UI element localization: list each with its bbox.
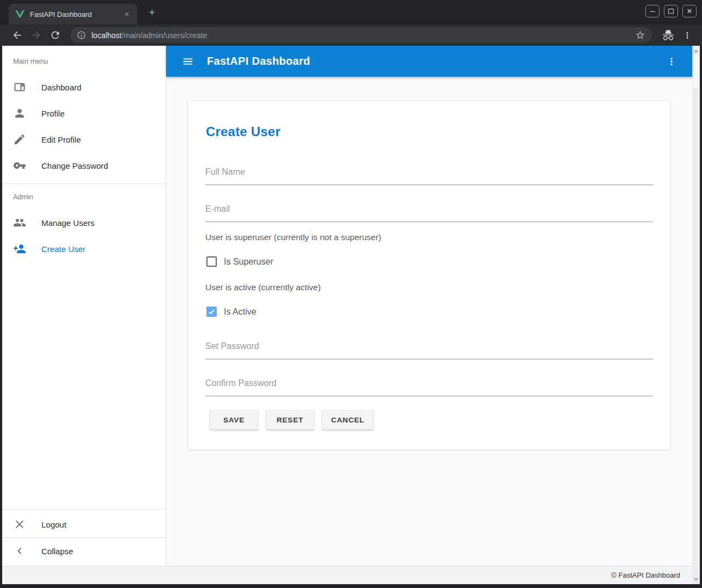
sidebar-section-admin: Admin [13, 193, 33, 201]
sidebar-section-main-menu: Main menu [13, 57, 48, 65]
create-user-card: Create User User is superuser (currently… [188, 101, 670, 450]
close-icon [13, 518, 26, 531]
sidebar-item-create-user[interactable]: Create User [2, 236, 166, 262]
check-icon [207, 308, 216, 316]
reload-icon[interactable] [50, 29, 61, 41]
form-buttons: SAVE RESET CANCEL [210, 410, 374, 430]
browser-tab-bar: FastAPI Dashboard + ─ ✕ [0, 0, 702, 24]
sidebar-item-profile[interactable]: Profile [2, 100, 166, 126]
group-icon [13, 216, 26, 229]
full-name-input[interactable] [205, 162, 653, 185]
window-close-button[interactable]: ✕ [682, 5, 697, 17]
sidebar-item-label: Manage Users [41, 218, 95, 228]
scrollbar-down-arrow[interactable] [692, 575, 700, 583]
url-text[interactable]: localhost/main/admin/users/create [91, 31, 635, 40]
pencil-icon [13, 133, 26, 146]
set-password-field [205, 336, 653, 359]
is-superuser-checkbox[interactable] [206, 256, 217, 267]
sidebar-item-manage-users[interactable]: Manage Users [2, 210, 166, 236]
superuser-hint: User is superuser (currently is not a su… [205, 232, 381, 242]
person-icon [13, 107, 26, 120]
back-icon[interactable] [11, 29, 23, 41]
hamburger-menu-icon[interactable] [182, 56, 194, 68]
scrollbar-up-arrow[interactable] [692, 47, 700, 54]
sidebar-item-logout[interactable]: Logout [2, 511, 166, 537]
is-active-checkbox[interactable] [206, 307, 217, 317]
appbar-title: FastAPI Dashboard [207, 55, 666, 68]
forward-icon[interactable] [30, 29, 42, 41]
chevron-left-icon [13, 544, 26, 558]
sidebar-item-label: Edit Profile [41, 135, 81, 144]
sidebar-item-label: Change Password [41, 161, 108, 170]
vue-logo-icon [15, 10, 25, 19]
window-maximize-button[interactable] [664, 5, 678, 17]
copyright-text: © FastAPI Dashboard [611, 571, 680, 579]
tab-close-icon[interactable] [122, 9, 132, 19]
save-button[interactable]: SAVE [210, 410, 258, 430]
sidebar-divider [2, 509, 166, 510]
sidebar-item-change-password[interactable]: Change Password [2, 152, 166, 179]
browser-window: FastAPI Dashboard + ─ ✕ localhost/main/a… [0, 0, 702, 588]
appbar-menu-icon[interactable] [666, 56, 677, 67]
email-field [205, 199, 653, 222]
sidebar-item-dashboard[interactable]: Dashboard [2, 74, 166, 100]
is-active-label: Is Active [224, 307, 257, 317]
window-controls: ─ ✕ [645, 5, 697, 17]
sidebar-item-collapse[interactable]: Collapse [2, 538, 166, 564]
set-password-input[interactable] [205, 336, 653, 359]
incognito-icon[interactable] [662, 29, 675, 42]
is-superuser-label: Is Superuser [224, 257, 273, 267]
confirm-password-input[interactable] [205, 373, 653, 396]
active-hint: User is active (currently active) [205, 283, 321, 292]
page-title: Create User [206, 124, 280, 139]
is-superuser-checkbox-row[interactable]: Is Superuser [206, 256, 273, 267]
sidebar-item-label: Collapse [41, 547, 73, 556]
reset-button[interactable]: RESET [266, 410, 314, 430]
browser-menu-icon[interactable] [682, 30, 692, 40]
tab-title: FastAPI Dashboard [30, 10, 122, 19]
address-bar[interactable]: localhost/main/admin/users/create [70, 27, 652, 43]
page-content: Main menu Dashboard Profile Edit Profile [2, 46, 700, 584]
key-icon [13, 159, 26, 172]
confirm-password-field [205, 373, 653, 396]
sidebar-divider [2, 183, 166, 184]
is-active-checkbox-row[interactable]: Is Active [206, 307, 257, 317]
page-footer: © FastAPI Dashboard [2, 566, 692, 584]
app-bar: FastAPI Dashboard [166, 46, 692, 77]
url-path: /main/admin/users/create [121, 31, 207, 40]
browser-tab[interactable]: FastAPI Dashboard [9, 4, 137, 24]
sidebar-item-label: Create User [41, 244, 86, 254]
sidebar-item-edit-profile[interactable]: Edit Profile [2, 126, 166, 152]
sidebar-item-label: Dashboard [41, 83, 81, 92]
scrollbar-thumb[interactable] [693, 55, 699, 88]
full-name-field [205, 162, 653, 185]
email-input[interactable] [205, 199, 653, 222]
dashboard-icon [13, 81, 26, 94]
url-host: localhost [91, 31, 121, 40]
cancel-button[interactable]: CANCEL [322, 410, 374, 430]
sidebar-item-label: Profile [41, 109, 65, 118]
site-info-icon[interactable] [77, 30, 86, 40]
new-tab-button[interactable]: + [145, 6, 159, 20]
sidebar-item-label: Logout [41, 520, 66, 529]
sidebar: Main menu Dashboard Profile Edit Profile [2, 46, 166, 566]
main-area: FastAPI Dashboard Create User User is su… [166, 46, 692, 566]
person-add-icon [13, 242, 26, 255]
bookmark-star-icon[interactable] [635, 30, 645, 40]
window-minimize-button[interactable]: ─ [645, 5, 660, 17]
page-scrollbar[interactable] [692, 46, 700, 584]
browser-toolbar: localhost/main/admin/users/create [0, 24, 702, 46]
